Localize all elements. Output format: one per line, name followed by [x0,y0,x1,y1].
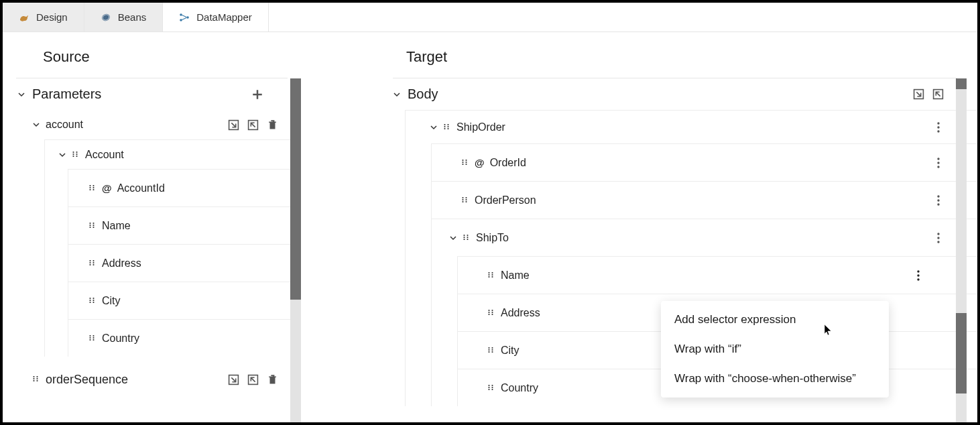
svg-point-9 [72,153,74,154]
export-icon[interactable] [932,88,944,100]
context-item-wrap-choose[interactable]: Wrap with “choose-when-otherwise” [661,364,889,393]
kebab-menu-icon[interactable] [933,122,944,133]
target-orderid-row[interactable]: @ OrderId [432,143,977,181]
svg-point-78 [937,199,939,201]
svg-point-76 [465,200,467,202]
drag-handle-icon[interactable] [88,222,97,230]
trash-icon[interactable] [267,119,278,131]
drag-handle-icon[interactable] [487,347,495,355]
drag-handle-icon[interactable] [88,184,97,192]
kebab-menu-icon[interactable] [933,195,944,206]
target-orderperson-row[interactable]: OrderPerson [432,181,977,219]
svg-point-111 [491,384,493,385]
attribute-icon: @ [102,182,112,194]
field-accountid: AccountId [117,182,165,194]
svg-point-80 [463,234,465,235]
source-name-row[interactable]: Name [68,206,301,244]
svg-point-102 [488,313,489,314]
source-scrollbar-track[interactable] [290,78,301,422]
field-orderperson: OrderPerson [475,194,928,206]
field-shipto: ShipTo [476,232,928,244]
drag-handle-icon[interactable] [487,271,495,280]
target-shipto-row[interactable]: ShipTo [432,219,977,256]
svg-point-113 [491,386,493,387]
drag-handle-icon[interactable] [88,297,97,305]
drag-handle-icon[interactable] [72,151,80,159]
svg-point-22 [93,224,94,225]
svg-point-14 [93,184,94,186]
target-panel: Target Body ShipOrder [393,32,977,422]
svg-point-40 [93,337,94,338]
kebab-menu-icon[interactable] [933,233,944,243]
svg-point-74 [465,198,467,200]
export-icon[interactable] [247,119,259,131]
tab-design[interactable]: Design [3,3,84,32]
source-scrollbar-handle[interactable] [290,78,301,300]
svg-point-53 [444,123,445,125]
svg-point-43 [33,376,34,377]
shiporder-label: ShipOrder [456,121,928,133]
field-orderid: OrderId [490,157,928,169]
source-account-type-row[interactable]: Account [45,139,301,169]
context-item-wrap-if[interactable]: Wrap with “if” [661,335,889,364]
trash-icon[interactable] [267,374,278,385]
import-icon[interactable] [228,374,239,385]
drag-handle-icon[interactable] [32,375,40,383]
svg-point-82 [463,236,465,237]
import-icon[interactable] [228,119,239,131]
svg-point-73 [462,198,463,200]
svg-point-114 [488,388,489,389]
svg-point-69 [937,162,939,164]
source-ordersequence-row[interactable]: orderSequence [3,365,301,394]
drag-handle-icon[interactable] [443,123,451,131]
tab-datamapper[interactable]: DataMapper [163,3,269,32]
target-scrollbar-track[interactable] [956,78,967,422]
target-shiporder-row[interactable]: ShipOrder [406,110,977,143]
svg-point-10 [76,153,77,154]
target-scrollbar-handle-top[interactable] [956,78,967,89]
body-label: Body [408,86,906,102]
source-country-row[interactable]: Country [68,319,301,357]
field-shipto-name: Name [501,269,908,282]
svg-point-30 [93,263,94,265]
source-city-row[interactable]: City [68,282,301,319]
drag-handle-icon[interactable] [461,159,469,167]
source-address-row[interactable]: Address [68,244,301,282]
chevron-down-icon [58,151,66,159]
drag-handle-icon[interactable] [463,234,471,242]
drag-handle-icon[interactable] [461,196,469,204]
svg-point-11 [72,155,74,156]
tab-beans[interactable]: Beans [84,3,164,32]
target-body-row[interactable]: Body [393,78,977,110]
target-scrollbar-handle[interactable] [956,313,967,393]
import-icon[interactable] [913,88,924,100]
svg-point-13 [89,184,90,186]
add-parameter-button[interactable] [251,88,263,101]
drag-handle-icon[interactable] [88,335,97,343]
export-icon[interactable] [247,374,259,385]
account-type-label: Account [85,149,301,161]
kebab-menu-icon[interactable] [933,158,944,168]
kebab-menu-icon[interactable] [913,270,924,281]
svg-point-7 [72,151,74,152]
context-item-add-selector[interactable]: Add selector expression [661,305,889,335]
svg-point-71 [462,196,463,198]
source-accountid-row[interactable]: @ AccountId [68,169,301,206]
target-shipto-name-row[interactable]: Name [458,256,977,294]
svg-point-75 [462,200,463,202]
svg-point-56 [447,125,448,127]
svg-point-96 [917,274,919,276]
svg-point-104 [488,347,489,348]
drag-handle-icon[interactable] [487,309,495,317]
drag-handle-icon[interactable] [88,259,97,267]
source-account-row[interactable]: account [3,110,301,139]
svg-point-98 [488,309,489,310]
svg-point-63 [465,159,467,160]
svg-point-15 [89,186,90,188]
chevron-down-icon [393,90,401,99]
field-address: Address [102,257,141,269]
svg-point-21 [89,224,90,225]
svg-point-103 [491,313,493,314]
source-parameters-header[interactable]: Parameters [3,78,301,110]
drag-handle-icon[interactable] [487,384,495,392]
